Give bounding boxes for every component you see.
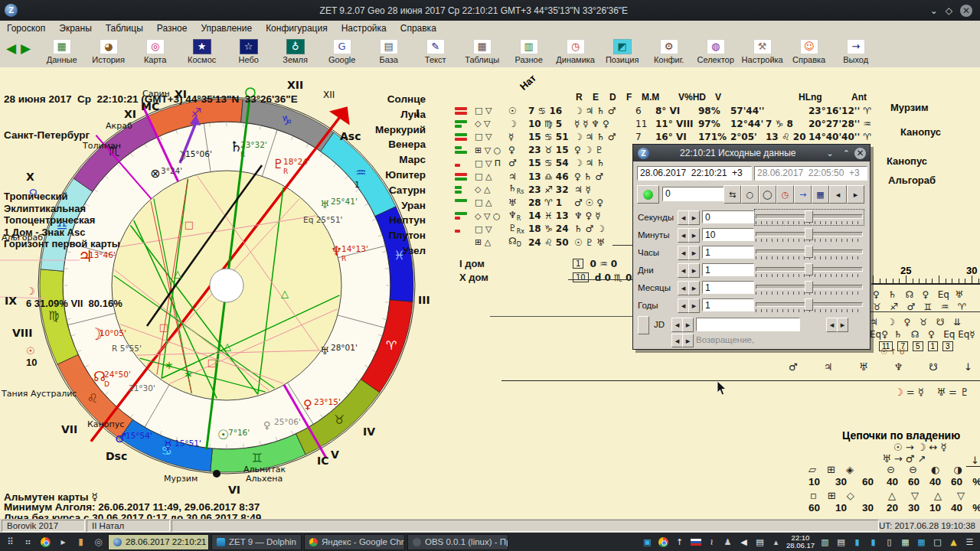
spinner-down-button[interactable]: ◂: [678, 210, 689, 225]
menu-item-4[interactable]: Разное: [150, 23, 194, 34]
slider-thumb[interactable]: [805, 281, 813, 293]
prev-button[interactable]: ◂: [829, 185, 847, 204]
calendar-icon[interactable]: ▦: [900, 536, 911, 547]
toolbar-button-13[interactable]: ◩Позиция: [599, 39, 645, 64]
jd-nav-prev-button[interactable]: ◂: [826, 318, 838, 332]
tray-expand-icon[interactable]: ▴: [770, 536, 782, 547]
menu-item-5[interactable]: Управление: [194, 23, 259, 34]
chrome-tray-icon[interactable]: [658, 536, 669, 547]
spinner-slider[interactable]: [756, 281, 863, 295]
menu-icon[interactable]: ☰: [964, 536, 975, 547]
panel-white-icon[interactable]: ▯: [884, 536, 895, 547]
step-counter-field[interactable]: 0: [662, 187, 725, 201]
menu-item-3[interactable]: Таблицы: [99, 23, 150, 34]
export-button[interactable]: →: [794, 185, 812, 204]
update-icon[interactable]: ↑: [674, 536, 685, 547]
slider-thumb[interactable]: [805, 228, 813, 240]
toolbar-button-14[interactable]: ⚙Конфиг.: [645, 39, 692, 64]
warning-icon[interactable]: ▲: [948, 536, 959, 547]
toolbar-button-17[interactable]: ☺Справка: [786, 39, 832, 64]
spinner-slider[interactable]: [756, 263, 863, 277]
toolbar-button-5[interactable]: ☆Небо: [225, 39, 272, 64]
wallet-icon[interactable]: ▥: [819, 536, 831, 547]
return-next-button[interactable]: ▸: [682, 334, 694, 347]
jd-nav-next-button[interactable]: ▸: [837, 318, 848, 332]
spinner-slider[interactable]: [756, 210, 863, 224]
spinner-slider[interactable]: [756, 298, 863, 312]
files-launcher-icon[interactable]: ▮: [74, 535, 88, 549]
spinner-value-field[interactable]: 1: [702, 298, 754, 311]
keyboard-flag-ru-icon[interactable]: [690, 536, 701, 547]
obs-launcher-icon[interactable]: ◎: [91, 535, 106, 549]
toolbar-button-4[interactable]: ★Космос: [178, 39, 225, 64]
spinner-up-button[interactable]: ▸: [688, 281, 700, 295]
panel-blue-b-icon[interactable]: ▮: [867, 536, 879, 547]
wifi-icon[interactable]: ≀: [706, 536, 717, 547]
menu-item-6[interactable]: Конфигурация: [259, 23, 335, 34]
menu-item-8[interactable]: Справка: [394, 23, 443, 34]
toolbar-button-8[interactable]: ▤База: [365, 39, 412, 64]
slider-thumb[interactable]: [805, 263, 813, 276]
close-button[interactable]: ✕: [960, 5, 972, 17]
chrome-launcher-icon[interactable]: [38, 535, 53, 549]
toolbar-button-1[interactable]: ▦Данные: [38, 39, 85, 64]
taskbar-task-3[interactable]: Яндекс - Google Chr...: [304, 534, 405, 550]
panel-blue-a-icon[interactable]: ▮: [851, 536, 863, 547]
toolbar-button-11[interactable]: ▥Разное: [505, 39, 552, 64]
store-icon[interactable]: ▣: [642, 536, 653, 547]
spinner-down-button[interactable]: ◂: [678, 298, 689, 313]
spinner-down-button[interactable]: ◂: [678, 228, 689, 243]
user-icon[interactable]: ♟: [722, 536, 733, 547]
maximize-button[interactable]: ◇: [946, 5, 952, 16]
show-desktop-icon[interactable]: ▸: [56, 535, 70, 549]
spinner-value-field[interactable]: 1: [702, 263, 754, 276]
jd-spin-down-button[interactable]: ◂: [671, 318, 683, 332]
spinner-value-field[interactable]: 1: [702, 246, 754, 259]
spinner-up-button[interactable]: ▸: [688, 298, 700, 313]
save-button[interactable]: ▦: [812, 185, 829, 204]
spinner-down-button[interactable]: ◂: [678, 281, 689, 295]
jd-value-field[interactable]: [696, 318, 800, 331]
spinner-value-field[interactable]: 10: [702, 228, 754, 241]
menu-item-7[interactable]: Настройка: [335, 23, 394, 34]
taskbar-clock[interactable]: 22:1028.06.17: [786, 534, 815, 549]
taskbar-task-4[interactable]: OBS 0.0.1 (linux) - Пр...: [407, 534, 508, 550]
dialog-close-button[interactable]: ✕: [854, 148, 866, 159]
menu-item-1[interactable]: Гороскоп: [0, 23, 52, 34]
volume-icon[interactable]: ◀: [738, 536, 750, 547]
slider-thumb[interactable]: [805, 298, 813, 311]
next-button[interactable]: ▸: [847, 185, 864, 204]
spinner-value-field[interactable]: 1: [702, 281, 754, 294]
spinner-down-button[interactable]: ◂: [678, 246, 689, 260]
spinner-slider[interactable]: [756, 228, 863, 242]
clock-button[interactable]: ◷: [776, 185, 794, 204]
toolbar-button-3[interactable]: ◎Карта: [132, 39, 178, 64]
spinner-down-button[interactable]: ◂: [678, 263, 689, 278]
toolbar-button-16[interactable]: ⚒Настройка: [739, 39, 786, 64]
datetime-saved-field[interactable]: 28.06.2017 22:05:50 +3: [754, 166, 867, 181]
monitor-icon[interactable]: □: [932, 536, 943, 547]
slider-thumb[interactable]: [805, 210, 813, 223]
activity-icon[interactable]: ▦: [916, 536, 927, 547]
app-menu-icon[interactable]: ⠿: [3, 535, 18, 549]
run-button[interactable]: [637, 185, 659, 204]
dialog-titlebar[interactable]: Z 22:10:21 Исходные данные ⌄ ⌃ ✕: [633, 145, 870, 161]
datetime-current-field[interactable]: 28.06.2017 22:10:21 +3: [637, 166, 752, 181]
dialog-maximize-button[interactable]: ⌃: [843, 148, 850, 158]
radio-small-button[interactable]: ○: [741, 185, 759, 204]
jd-spin-up-button[interactable]: ▸: [682, 318, 694, 332]
spinner-up-button[interactable]: ▸: [688, 210, 700, 225]
taskbar-task-2[interactable]: ZET 9 — Dolphin: [211, 534, 302, 550]
widgets-icon[interactable]: ⠶: [21, 535, 35, 549]
slider-thumb[interactable]: [805, 246, 813, 258]
notes-icon[interactable]: ▤: [835, 536, 847, 547]
toolbar-button-10[interactable]: ▦Таблицы: [459, 39, 505, 64]
jd-toggle-button[interactable]: [638, 316, 649, 334]
toolbar-button-7[interactable]: GGoogle: [318, 39, 365, 64]
nav-forward-icon[interactable]: ▶: [21, 42, 31, 55]
radio-large-button[interactable]: ◯: [759, 185, 776, 204]
toolbar-button-9[interactable]: ✎Текст: [412, 39, 459, 64]
clipboard-icon[interactable]: ▤: [754, 536, 766, 547]
toolbar-button-12[interactable]: ◷Динамика: [552, 39, 599, 64]
toolbar-button-15[interactable]: ◍Селектор: [692, 39, 739, 64]
